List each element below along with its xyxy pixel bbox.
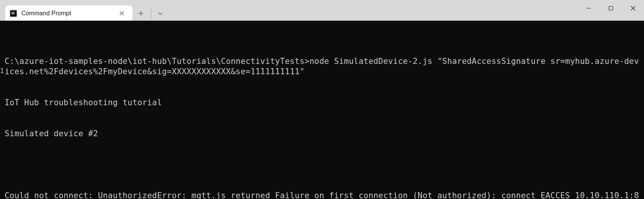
maximize-button[interactable] (600, 0, 622, 16)
terminal-line: IoT Hub troubleshooting tutorial (5, 98, 639, 108)
terminal-line (5, 160, 639, 170)
terminal-line: C:\azure-iot-samples-node\iot-hub\Tutori… (5, 56, 639, 77)
new-tab-button[interactable] (132, 5, 149, 21)
window-controls (577, 0, 644, 16)
terminal-icon (10, 10, 17, 17)
close-window-button[interactable] (622, 0, 644, 16)
tab-close-button[interactable] (116, 8, 127, 19)
terminal-output[interactable]: 1 C:\azure-iot-samples-node\iot-hub\Tuto… (0, 21, 644, 199)
tab-command-prompt[interactable]: Command Prompt (5, 5, 132, 21)
terminal-line: Could not connect: UnauthorizedError: mq… (5, 191, 639, 199)
tab-divider (151, 9, 151, 18)
minimize-button[interactable] (577, 0, 600, 16)
svg-rect-5 (609, 6, 613, 10)
line-marker: 1 (0, 66, 4, 76)
terminal-line: Simulated device #2 (5, 129, 639, 139)
titlebar: Command Prompt (0, 0, 644, 21)
tab-dropdown-button[interactable] (153, 5, 168, 21)
tab-title: Command Prompt (21, 10, 112, 17)
